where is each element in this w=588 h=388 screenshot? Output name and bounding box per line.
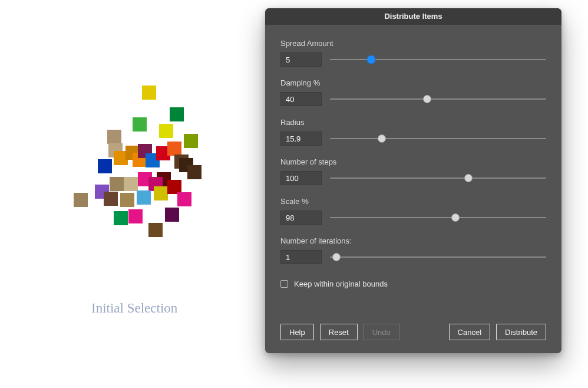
canvas-square <box>154 186 168 200</box>
spread-amount-group: Spread Amount <box>280 39 546 67</box>
keep-bounds-row[interactable]: Keep within original bounds <box>280 280 546 288</box>
distribute-button[interactable]: Distribute <box>496 324 546 340</box>
steps-thumb[interactable] <box>464 174 473 182</box>
canvas-square <box>124 177 138 191</box>
canvas-square <box>120 193 134 207</box>
canvas-square <box>184 134 198 148</box>
spread-amount-thumb[interactable] <box>366 55 375 64</box>
canvas-square <box>110 177 124 191</box>
damping-input[interactable] <box>280 92 322 106</box>
iterations-thumb[interactable] <box>332 253 341 261</box>
undo-button: Undo <box>364 324 399 340</box>
spread-amount-input[interactable] <box>280 52 322 67</box>
keep-bounds-label: Keep within original bounds <box>294 280 388 288</box>
reset-button[interactable]: Reset <box>320 324 358 340</box>
canvas-square <box>114 211 128 225</box>
spread-amount-slider[interactable] <box>330 54 546 65</box>
scale-thumb[interactable] <box>451 213 460 222</box>
distribute-items-dialog: Distribute Items Spread Amount Damping % <box>265 8 561 353</box>
canvas-caption: Initial Selection <box>91 301 177 316</box>
steps-input[interactable] <box>280 171 322 185</box>
canvas-square <box>177 192 191 206</box>
dialog-title: Distribute Items <box>265 8 561 25</box>
spread-amount-label: Spread Amount <box>280 39 546 48</box>
canvas-square <box>148 223 163 237</box>
scale-input[interactable] <box>280 211 322 225</box>
canvas-square <box>159 124 173 138</box>
radius-group: Radius <box>280 118 546 146</box>
canvas-square <box>98 159 112 173</box>
canvas-square <box>133 117 147 131</box>
dialog-footer: Help Reset Undo Cancel Distribute <box>265 324 561 353</box>
iterations-slider[interactable] <box>330 251 546 263</box>
scale-group: Scale % <box>280 197 546 225</box>
iterations-label: Number of iterations: <box>280 236 546 245</box>
damping-slider[interactable] <box>330 93 546 105</box>
iterations-group: Number of iterations: <box>280 236 546 264</box>
keep-bounds-checkbox[interactable] <box>280 280 288 288</box>
radius-thumb[interactable] <box>378 134 386 143</box>
iterations-input[interactable] <box>280 250 322 264</box>
damping-label: Damping % <box>280 78 546 87</box>
canvas-square <box>187 165 201 179</box>
scale-slider[interactable] <box>330 212 546 223</box>
radius-input[interactable] <box>280 131 322 146</box>
steps-slider[interactable] <box>330 172 546 184</box>
canvas-square <box>142 86 156 100</box>
canvas-square <box>167 142 181 156</box>
canvas-square <box>107 130 121 144</box>
dialog-body: Spread Amount Damping % Radius <box>265 25 561 324</box>
help-button[interactable]: Help <box>280 324 314 340</box>
damping-thumb[interactable] <box>423 95 431 103</box>
canvas-square <box>165 208 179 222</box>
radius-label: Radius <box>280 118 546 127</box>
canvas-square <box>128 209 143 223</box>
steps-label: Number of steps <box>280 157 546 166</box>
radius-slider[interactable] <box>330 133 546 144</box>
canvas-square <box>137 190 151 205</box>
canvas-square <box>104 192 118 206</box>
canvas-area: Initial Selection <box>0 0 265 388</box>
damping-group: Damping % <box>280 78 546 106</box>
steps-group: Number of steps <box>280 157 546 185</box>
canvas-square <box>170 107 184 121</box>
canvas-square <box>74 193 88 207</box>
cancel-button[interactable]: Cancel <box>449 324 490 340</box>
scale-label: Scale % <box>280 197 546 206</box>
